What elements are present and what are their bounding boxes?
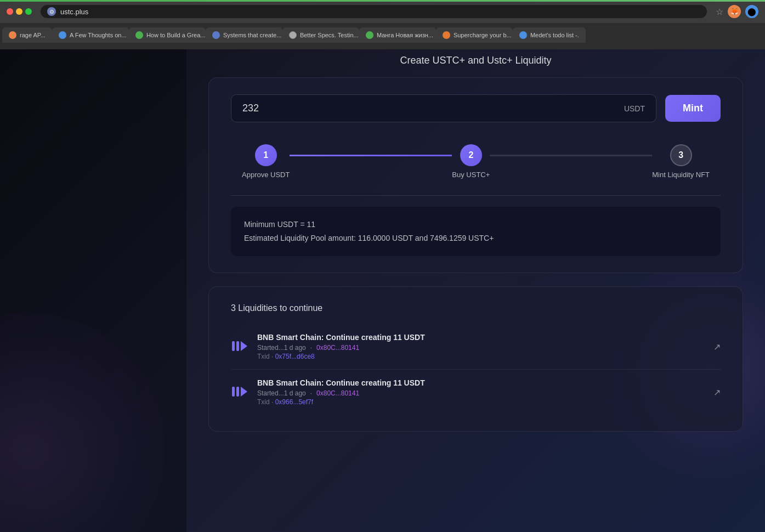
browser-profile-icon[interactable]: ⬤ [745, 5, 758, 18]
tab-rage-ap[interactable]: rage AP... [2, 27, 52, 43]
txid-link-2[interactable]: 0x966...5ef7f [275, 398, 313, 406]
liquidity-title-1: BNB Smart Chain: Continue creating 11 US… [257, 333, 705, 342]
browser-tabs-bar: rage AP... A Few Thoughts on... How to B… [0, 23, 765, 43]
txid-label-1: Txid · [257, 353, 273, 360]
card-divider [231, 195, 721, 196]
svg-marker-2 [241, 341, 247, 351]
mint-input-row: 232 USDT Mint [231, 94, 721, 122]
minimize-dot[interactable] [16, 8, 22, 15]
favicon: ⚙ [47, 7, 56, 16]
info-line-1: Minimum USDT = 11 [244, 218, 707, 231]
maximize-dot[interactable] [25, 8, 32, 15]
tab-medet-todo[interactable]: Medet's todo list -. [513, 27, 586, 43]
liquidity-txid-row-1: Txid · 0x75f...d6ce8 [257, 353, 705, 360]
tab-icon-better-specs [289, 31, 297, 39]
step-2: 2 Buy USTC+ [452, 144, 490, 179]
tab-icon-rage-ap [9, 31, 16, 39]
step-1-circle: 1 [255, 144, 277, 166]
play-pause-icon-1[interactable] [231, 338, 248, 355]
liquidity-address-1: 0x80C...80141 [316, 344, 359, 352]
url-text: ustc.plus [60, 8, 700, 16]
liquidity-meta-2: Started...1 d ago · 0x80C...80141 [257, 389, 705, 397]
bookmark-star-icon[interactable]: ☆ [716, 7, 723, 17]
info-box: Minimum USDT = 11 Estimated Liquidity Po… [231, 207, 721, 256]
tab-few-thoughts[interactable]: A Few Thoughts on... [52, 27, 129, 43]
address-bar[interactable]: ⚙ ustc.plus [41, 5, 707, 18]
svg-marker-5 [241, 387, 247, 397]
tab-icon-few-thoughts [59, 31, 66, 39]
window-controls [7, 8, 32, 15]
liquidity-dot-1: · [310, 344, 312, 352]
tab-icon-medet-todo [519, 31, 527, 39]
step-3-label: Mint Liquidity NFT [652, 171, 710, 179]
txid-link-1[interactable]: 0x75f...d6ce8 [275, 353, 315, 360]
amount-value: 232 [242, 103, 259, 114]
step-2-label: Buy USTC+ [452, 171, 490, 179]
browser-chrome: ⚙ ustc.plus ☆ 🦊 ⬤ rage AP... A Few Thoug… [0, 0, 765, 49]
info-line-2: Estimated Liquidity Pool amount: 116.000… [244, 231, 707, 245]
tab-icon-systems [212, 31, 220, 39]
currency-label: USDT [624, 104, 645, 113]
liquidity-started-2: Started...1 d ago [257, 389, 306, 397]
step-connector-1 [290, 155, 452, 156]
step-1-number: 1 [263, 150, 268, 160]
liquidity-info-1: BNB Smart Chain: Continue creating 11 US… [257, 333, 705, 360]
liquidity-txid-row-2: Txid · 0x966...5ef7f [257, 398, 705, 406]
liquidity-dot-2: · [310, 389, 312, 397]
tab-supercharge[interactable]: Supercharge your b... [436, 27, 513, 43]
external-link-icon-1[interactable]: ↗ [713, 342, 721, 352]
liquidity-item-2: BNB Smart Chain: Continue creating 11 US… [231, 370, 721, 415]
step-1: 1 Approve USDT [242, 144, 290, 179]
external-link-icon-2[interactable]: ↗ [713, 387, 721, 398]
svg-rect-0 [232, 341, 235, 351]
browser-avatar[interactable]: 🦊 [728, 5, 741, 18]
play-pause-icon-2[interactable] [231, 383, 248, 401]
liquidities-card: 3 Liquidities to continue BNB Smart Chai… [208, 286, 743, 432]
svg-rect-1 [236, 341, 239, 351]
close-dot[interactable] [7, 8, 13, 15]
page-background: Create USTC+ and Ustc+ Liquidity 232 USD… [0, 49, 765, 532]
mint-button[interactable]: Mint [665, 95, 721, 122]
txid-label-2: Txid · [257, 398, 273, 406]
steps-container: 1 Approve USDT 2 Buy USTC+ 3 Mint [231, 144, 721, 179]
sidebar-dark [0, 49, 186, 532]
tab-icon-how-to-build [135, 31, 143, 39]
liquidities-title: 3 Liquidities to continue [231, 303, 721, 313]
step-2-number: 2 [468, 150, 473, 160]
main-content: Create USTC+ and Ustc+ Liquidity 232 USD… [186, 49, 765, 532]
section-title: Create USTC+ and Ustc+ Liquidity [208, 55, 743, 66]
step-3: 3 Mint Liquidity NFT [652, 144, 710, 179]
mint-card: 232 USDT Mint 1 Approve USDT 2 [208, 77, 743, 273]
step-2-circle: 2 [460, 144, 482, 166]
step-connector-2 [490, 155, 652, 156]
svg-rect-3 [232, 387, 235, 397]
tab-icon-supercharge [443, 31, 450, 39]
liquidity-address-2: 0x80C...80141 [316, 389, 359, 397]
tab-systems[interactable]: Systems that create... [206, 27, 282, 43]
step-3-number: 3 [678, 150, 683, 160]
green-progress-bar [0, 0, 765, 2]
liquidity-title-2: BNB Smart Chain: Continue creating 11 US… [257, 378, 705, 387]
amount-input-wrapper[interactable]: 232 USDT [231, 94, 656, 122]
tab-how-to-build[interactable]: How to Build a Grea... [129, 27, 206, 43]
liquidity-item-1: BNB Smart Chain: Continue creating 11 US… [231, 324, 721, 370]
liquidity-started-1: Started...1 d ago [257, 344, 306, 352]
liquidity-meta-1: Started...1 d ago · 0x80C...80141 [257, 344, 705, 352]
tab-manga[interactable]: Манга Новая жизн... [359, 27, 436, 43]
browser-top-bar: ⚙ ustc.plus ☆ 🦊 ⬤ [0, 0, 765, 23]
tab-icon-manga [366, 31, 373, 39]
svg-rect-4 [236, 387, 239, 397]
tab-better-specs[interactable]: Better Specs. Testin... [282, 27, 359, 43]
liquidity-info-2: BNB Smart Chain: Continue creating 11 US… [257, 378, 705, 406]
step-3-circle: 3 [670, 144, 692, 166]
step-1-label: Approve USDT [242, 171, 290, 179]
